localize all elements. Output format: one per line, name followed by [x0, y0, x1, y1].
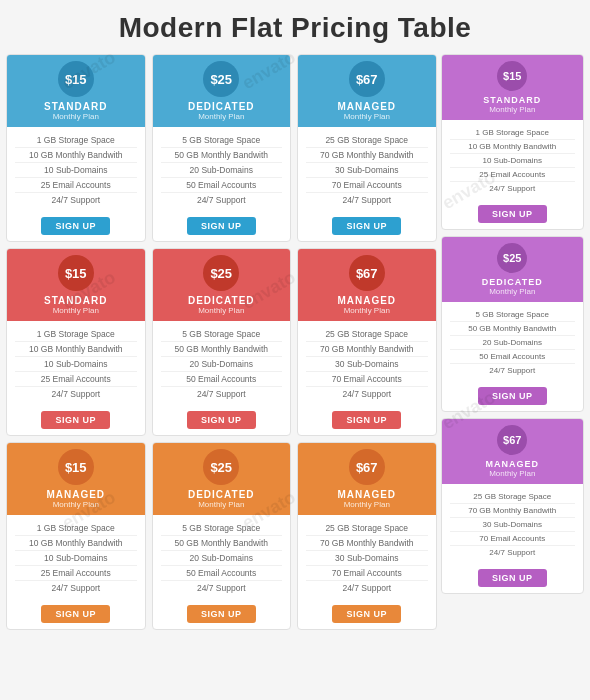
plan-card-r2c1: $15 STANDARD Monthly Plan 1 GB Storage S…	[6, 248, 146, 436]
plan-name: MANAGED	[302, 295, 432, 306]
plan-card-r3c1: $15 MANAGED Monthly Plan 1 GB Storage Sp…	[6, 442, 146, 630]
plan-subtitle: Monthly Plan	[157, 306, 287, 315]
feature-item: 20 Sub-Domains	[161, 357, 283, 372]
feature-item: 50 GB Monthly Bandwith	[450, 322, 576, 336]
signup-button[interactable]: Sign Up	[41, 217, 110, 235]
plan-subtitle: Monthly Plan	[446, 469, 580, 478]
plan-name: DEDICATED	[157, 101, 287, 112]
feature-item: 24/7 Support	[161, 581, 283, 595]
feature-item: 5 GB Storage Space	[161, 521, 283, 536]
feature-item: 1 GB Storage Space	[15, 327, 137, 342]
price-badge: $67	[349, 255, 385, 291]
feature-item: 70 Email Accounts	[306, 178, 428, 193]
plan-name: MANAGED	[302, 489, 432, 500]
signup-button[interactable]: Sign Up	[478, 387, 547, 405]
feature-item: 70 Email Accounts	[306, 372, 428, 387]
features-list: 25 GB Storage Space 70 GB Monthly Bandwi…	[298, 515, 436, 601]
plan-name: STANDARD	[11, 101, 141, 112]
plan-card-r3c3: $67 MANAGED Monthly Plan 25 GB Storage S…	[297, 442, 437, 630]
plan-card-right2: $25 DEDICATED Monthly Plan 5 GB Storage …	[441, 236, 585, 412]
plan-header: $15 STANDARD Monthly Plan	[442, 55, 584, 120]
feature-item: 30 Sub-Domains	[306, 357, 428, 372]
feature-item: 50 GB Monthly Bandwith	[161, 536, 283, 551]
plan-header: $67 MANAGED Monthly Plan	[298, 249, 436, 321]
feature-item: 50 Email Accounts	[161, 566, 283, 581]
price-badge: $25	[203, 449, 239, 485]
price-badge: $67	[497, 425, 527, 455]
features-list: 5 GB Storage Space 50 GB Monthly Bandwit…	[442, 302, 584, 383]
features-list: 5 GB Storage Space 50 GB Monthly Bandwit…	[153, 321, 291, 407]
price-badge: $25	[203, 255, 239, 291]
feature-item: 25 Email Accounts	[15, 178, 137, 193]
signup-button[interactable]: Sign Up	[478, 205, 547, 223]
feature-item: 1 GB Storage Space	[450, 126, 576, 140]
feature-item: 10 GB Monthly Bandwith	[15, 536, 137, 551]
signup-button[interactable]: Sign Up	[332, 411, 401, 429]
feature-item: 50 GB Monthly Bandwith	[161, 342, 283, 357]
plan-header: $15 STANDARD Monthly Plan	[7, 55, 145, 127]
feature-item: 24/7 Support	[306, 193, 428, 207]
plan-name: STANDARD	[11, 295, 141, 306]
plan-header: $25 DEDICATED Monthly Plan	[153, 249, 291, 321]
feature-item: 24/7 Support	[15, 387, 137, 401]
page-title: Modern Flat Pricing Table	[0, 0, 590, 54]
feature-item: 24/7 Support	[161, 387, 283, 401]
plan-header: $67 MANAGED Monthly Plan	[298, 443, 436, 515]
signup-button[interactable]: Sign Up	[41, 411, 110, 429]
price-badge: $67	[349, 61, 385, 97]
signup-button[interactable]: Sign Up	[41, 605, 110, 623]
plan-subtitle: Monthly Plan	[157, 500, 287, 509]
feature-item: 50 Email Accounts	[161, 372, 283, 387]
feature-item: 1 GB Storage Space	[15, 521, 137, 536]
plan-subtitle: Monthly Plan	[11, 112, 141, 121]
price-badge: $67	[349, 449, 385, 485]
feature-item: 25 GB Storage Space	[450, 490, 576, 504]
feature-item: 24/7 Support	[450, 546, 576, 559]
plan-header: $25 DEDICATED Monthly Plan	[442, 237, 584, 302]
plan-subtitle: Monthly Plan	[157, 112, 287, 121]
plan-header: $15 MANAGED Monthly Plan	[7, 443, 145, 515]
features-list: 25 GB Storage Space 70 GB Monthly Bandwi…	[298, 127, 436, 213]
feature-item: 24/7 Support	[450, 182, 576, 195]
feature-item: 5 GB Storage Space	[161, 133, 283, 148]
plan-subtitle: Monthly Plan	[302, 112, 432, 121]
feature-item: 20 Sub-Domains	[450, 336, 576, 350]
plan-name: DEDICATED	[157, 295, 287, 306]
feature-item: 25 GB Storage Space	[306, 133, 428, 148]
feature-item: 10 Sub-Domains	[450, 154, 576, 168]
plan-header: $25 DEDICATED Monthly Plan	[153, 55, 291, 127]
signup-button[interactable]: Sign Up	[332, 605, 401, 623]
features-list: 25 GB Storage Space 70 GB Monthly Bandwi…	[298, 321, 436, 407]
feature-item: 10 Sub-Domains	[15, 357, 137, 372]
features-list: 1 GB Storage Space 10 GB Monthly Bandwit…	[7, 321, 145, 407]
signup-button[interactable]: Sign Up	[187, 217, 256, 235]
signup-button[interactable]: Sign Up	[187, 411, 256, 429]
plan-header: $25 DEDICATED Monthly Plan	[153, 443, 291, 515]
feature-item: 25 Email Accounts	[450, 168, 576, 182]
plan-name: MANAGED	[302, 101, 432, 112]
price-badge: $15	[58, 61, 94, 97]
plan-header: $67 MANAGED Monthly Plan	[442, 419, 584, 484]
plan-subtitle: Monthly Plan	[446, 287, 580, 296]
feature-item: 24/7 Support	[306, 387, 428, 401]
price-badge: $25	[203, 61, 239, 97]
feature-item: 24/7 Support	[161, 193, 283, 207]
feature-item: 20 Sub-Domains	[161, 551, 283, 566]
features-list: 1 GB Storage Space 10 GB Monthly Bandwit…	[7, 515, 145, 601]
price-badge: $15	[58, 449, 94, 485]
feature-item: 20 Sub-Domains	[161, 163, 283, 178]
feature-item: 5 GB Storage Space	[450, 308, 576, 322]
plan-card-r2c2: $25 DEDICATED Monthly Plan 5 GB Storage …	[152, 248, 292, 436]
plan-subtitle: Monthly Plan	[446, 105, 580, 114]
plan-card-r1c2: $25 DEDICATED Monthly Plan 5 GB Storage …	[152, 54, 292, 242]
feature-item: 70 Email Accounts	[450, 532, 576, 546]
features-list: 5 GB Storage Space 50 GB Monthly Bandwit…	[153, 127, 291, 213]
pricing-grid: $15 STANDARD Monthly Plan 1 GB Storage S…	[0, 54, 590, 630]
signup-button[interactable]: Sign Up	[332, 217, 401, 235]
signup-button[interactable]: Sign Up	[478, 569, 547, 587]
plan-subtitle: Monthly Plan	[11, 500, 141, 509]
plan-subtitle: Monthly Plan	[302, 306, 432, 315]
plan-card-r1c3: $67 MANAGED Monthly Plan 25 GB Storage S…	[297, 54, 437, 242]
feature-item: 30 Sub-Domains	[306, 551, 428, 566]
signup-button[interactable]: Sign Up	[187, 605, 256, 623]
